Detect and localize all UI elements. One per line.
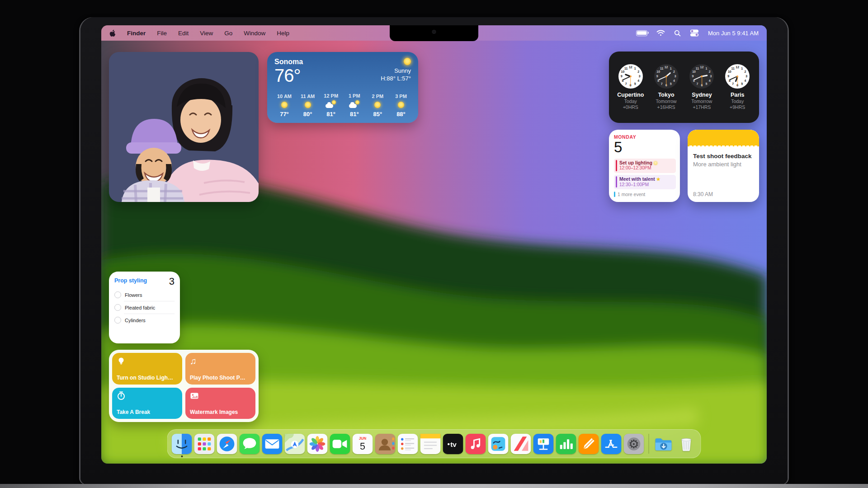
lightbulb-icon — [117, 357, 126, 366]
partly-cloudy-icon — [349, 101, 360, 108]
clock-day: Tomorrow — [691, 99, 712, 104]
menu-item-view[interactable]: View — [200, 30, 213, 37]
messages-dock-icon[interactable] — [240, 434, 260, 454]
menu-item-file[interactable]: File — [157, 30, 167, 37]
weather-widget[interactable]: Sonoma 76° Sunny H:88° L:57° 10 AM 77°11… — [267, 52, 418, 123]
star-icon: ★ — [656, 177, 660, 182]
svg-text:5: 5 — [360, 441, 365, 451]
weather-location: Sonoma — [274, 58, 303, 66]
note-widget[interactable]: Test shoot feedback More ambient light 8… — [688, 130, 759, 202]
world-clock-cupertino[interactable]: 121234567891011 Cupertino Today +0HRS — [614, 64, 647, 111]
numbers-dock-icon[interactable] — [556, 434, 576, 454]
world-clock-sydney[interactable]: 121234567891011 Sydney Tomorrow +17HRS — [685, 64, 718, 111]
camera-notch — [390, 25, 478, 41]
calendar-more-row[interactable]: 1 more event — [614, 192, 676, 197]
launchpad-dock-icon[interactable] — [194, 434, 215, 454]
forecast-hour: 11 AM 80° — [298, 94, 318, 117]
news-dock-icon[interactable] — [511, 434, 531, 454]
clock-city: Sydney — [692, 92, 712, 99]
shortcut-take-a-break[interactable]: Take A Break — [112, 388, 182, 419]
maps-dock-icon[interactable] — [285, 434, 305, 454]
shortcut-label: Turn on Studio Ligh… — [117, 375, 173, 381]
app-store-dock-icon[interactable] — [601, 434, 622, 454]
hour-temp: 88° — [396, 111, 406, 117]
hour-label: 11 AM — [301, 94, 315, 99]
tv-dock-icon[interactable]: tv — [443, 434, 463, 454]
hour-temp: 77° — [280, 111, 289, 117]
system-settings-dock-icon[interactable]: ⚙ — [624, 434, 644, 454]
notes-dock-icon[interactable] — [420, 434, 441, 454]
calendar-event[interactable]: Meet with talent ★ 12:30–1:00PM — [614, 175, 676, 190]
svg-text:JUN: JUN — [359, 436, 366, 441]
reminder-item[interactable]: Cylinders — [114, 315, 175, 325]
hour-label: 10 AM — [277, 94, 292, 99]
calendar-event[interactable]: Set up lighting 12:00–12:30PM — [614, 159, 676, 173]
downloads-dock-icon[interactable] — [654, 434, 674, 454]
mail-dock-icon[interactable] — [262, 434, 283, 454]
reminder-divider — [124, 301, 175, 301]
weather-high-low: H:88° L:57° — [381, 75, 411, 82]
reminders-dock-icon[interactable] — [398, 434, 418, 454]
partly-cloudy-icon — [326, 101, 336, 108]
shortcut-label: Watermark Images — [190, 409, 238, 415]
trash-dock-icon[interactable] — [676, 434, 697, 454]
event-color-bar — [616, 176, 617, 188]
weather-temperature: 76° — [274, 66, 303, 85]
clock-offset: +0HRS — [623, 104, 638, 110]
keynote-dock-icon[interactable] — [533, 434, 554, 454]
shortcut-play-photo-shoot-p[interactable]: ♫ Play Photo Shoot P… — [185, 353, 255, 385]
music-note-icon: ♫ — [190, 357, 197, 366]
svg-text:⚙: ⚙ — [628, 436, 639, 450]
dock[interactable]: JUN5tv⚙ — [167, 429, 701, 458]
shortcut-watermark-images[interactable]: Watermark Images — [185, 388, 255, 419]
menu-clock[interactable]: Mon Jun 5 9:41 AM — [708, 30, 759, 37]
calendar-widget[interactable]: MONDAY 5 Set up lighting 12:00–12:30PM M… — [609, 130, 680, 202]
laptop-base-edge — [0, 484, 868, 488]
menu-app-name[interactable]: Finder — [127, 30, 146, 37]
world-clock-tokyo[interactable]: 121234567891011 Tokyo Tomorrow +16HRS — [650, 64, 683, 111]
facetime-dock-icon[interactable] — [330, 434, 350, 454]
clock-offset: +17HRS — [693, 104, 711, 110]
pages-dock-icon[interactable] — [579, 434, 599, 454]
world-clock-paris[interactable]: 121234567891011 Paris Today +9HRS — [721, 64, 754, 111]
event-time: 12:30–1:00PM — [619, 182, 660, 188]
forecast-hour: 2 PM 85° — [368, 94, 387, 117]
photos-dock-icon[interactable] — [307, 434, 328, 454]
reminder-divider — [124, 314, 175, 314]
shortcut-turn-on-studio-ligh[interactable]: Turn on Studio Ligh… — [112, 353, 182, 385]
weather-condition: Sunny — [394, 67, 411, 74]
sun-icon — [281, 102, 288, 108]
reminders-list-title: Prop styling — [114, 277, 147, 284]
reminder-item[interactable]: Flowers — [114, 290, 175, 300]
wifi-icon[interactable] — [656, 30, 665, 36]
battery-icon[interactable] — [636, 30, 647, 36]
calendar-dock-icon[interactable]: JUN5 — [353, 434, 373, 454]
finder-dock-icon[interactable] — [172, 434, 192, 454]
reminders-widget[interactable]: Prop styling 3 Flowers Pleated fabric Cy… — [109, 272, 180, 343]
menu-item-window[interactable]: Window — [244, 30, 265, 37]
desktop[interactable]: Finder FileEditViewGoWindowHelp — [101, 25, 767, 464]
contacts-dock-icon[interactable] — [375, 434, 396, 454]
apple-menu-icon[interactable] — [109, 29, 116, 37]
calendar-events: Set up lighting 12:00–12:30PM Meet with … — [614, 159, 676, 192]
reminder-item[interactable]: Pleated fabric — [114, 303, 175, 312]
spotlight-icon[interactable] — [674, 30, 681, 37]
world-clock-widget[interactable]: 121234567891011 Cupertino Today +0HRS121… — [609, 52, 759, 123]
music-dock-icon[interactable] — [466, 434, 486, 454]
reminder-checkbox[interactable] — [114, 291, 121, 298]
hour-temp: 81° — [350, 111, 359, 117]
reminders-items: Flowers Pleated fabric Cylinders — [114, 290, 175, 325]
menu-item-go[interactable]: Go — [224, 30, 232, 37]
reminder-checkbox[interactable] — [114, 304, 121, 311]
photo-backdrop: Finder FileEditViewGoWindowHelp — [0, 0, 868, 488]
menu-item-help[interactable]: Help — [277, 30, 289, 37]
freeform-dock-icon[interactable] — [488, 434, 509, 454]
reminder-checkbox[interactable] — [114, 317, 121, 324]
note-title: Test shoot feedback — [693, 153, 754, 160]
shortcuts-widget[interactable]: Turn on Studio Ligh…♫ Play Photo Shoot P… — [109, 350, 259, 422]
event-title: Meet with talent ★ — [619, 176, 660, 182]
menu-item-edit[interactable]: Edit — [178, 30, 189, 37]
photo-widget[interactable] — [109, 52, 259, 202]
safari-dock-icon[interactable] — [217, 434, 237, 454]
control-center-icon[interactable] — [690, 29, 699, 37]
